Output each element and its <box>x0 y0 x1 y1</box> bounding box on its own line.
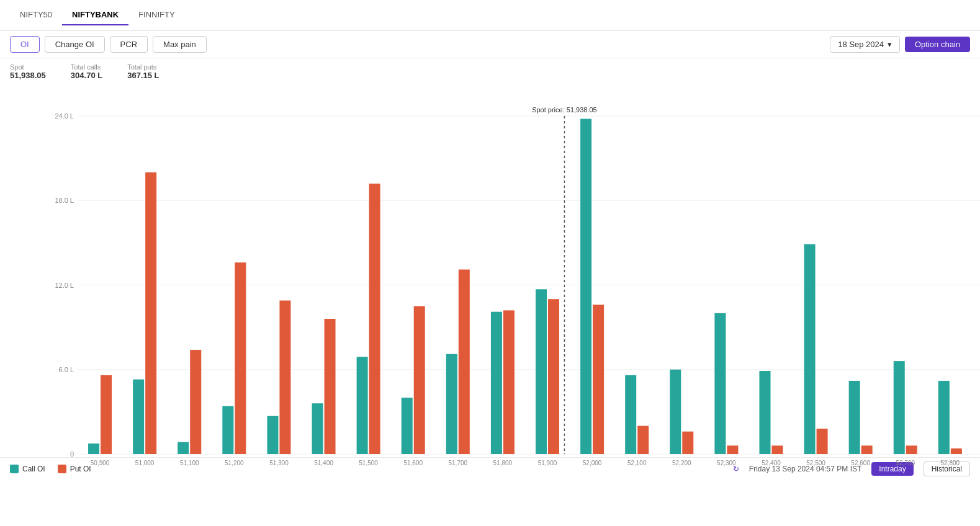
oi-chart: 06.0 L12.0 L18.0 L24.0 L50,90051,00051,1… <box>43 104 980 426</box>
max-pain-button[interactable]: Max pain <box>153 36 207 53</box>
tab-finnifty[interactable]: FINNIFTY <box>128 5 185 25</box>
call-bar <box>88 444 99 454</box>
put-bar <box>325 319 336 454</box>
call-bar <box>714 313 726 454</box>
put-bar <box>951 448 962 454</box>
x-label: 52,700 <box>896 460 915 466</box>
x-label: 51,500 <box>359 460 378 466</box>
tab-niftybank[interactable]: NIFTYBANK <box>62 5 128 25</box>
tab-nifty50[interactable]: NIFTY50 <box>10 5 62 25</box>
x-label: 51,900 <box>538 460 557 466</box>
call-bar <box>133 380 144 454</box>
x-label: 52,400 <box>762 460 781 466</box>
put-bar <box>727 445 738 454</box>
x-label: 51,100 <box>180 460 199 466</box>
date-selector[interactable]: 18 Sep 2024 ▾ <box>830 36 900 53</box>
total-puts-value: 367.15 L <box>127 71 159 80</box>
call-bar <box>178 442 189 454</box>
date-value: 18 Sep 2024 <box>838 40 884 49</box>
x-label: 52,800 <box>941 460 960 466</box>
put-bar <box>279 300 290 454</box>
spot-label: Spot <box>10 63 46 71</box>
call-bar <box>357 357 368 454</box>
call-bar <box>446 354 457 454</box>
x-label: 51,800 <box>493 460 513 466</box>
call-bar <box>804 244 816 454</box>
total-puts-stat: Total puts 367.15 L <box>127 63 159 80</box>
total-calls-value: 304.70 L <box>71 71 102 80</box>
svg-text:12.0 L: 12.0 L <box>55 282 74 289</box>
x-label: 52,100 <box>627 460 647 466</box>
option-chain-button[interactable]: Option chain <box>905 37 970 52</box>
spot-price-label: Spot price: 51,938.05 <box>532 106 597 114</box>
call-oi-legend: Call OI <box>10 465 45 473</box>
change-oi-button[interactable]: Change OI <box>45 36 105 53</box>
put-bar <box>459 270 470 454</box>
x-label: 51,200 <box>225 460 244 466</box>
put-bar <box>145 172 156 454</box>
put-bar <box>861 445 873 454</box>
call-bar <box>312 403 323 454</box>
spot-stat: Spot 51,938.05 <box>10 63 46 80</box>
put-oi-color <box>58 465 66 473</box>
put-bar <box>235 262 246 454</box>
pcr-button[interactable]: PCR <box>110 36 148 53</box>
call-bar <box>267 416 278 454</box>
x-label: 52,500 <box>806 460 825 466</box>
call-bar <box>759 371 770 454</box>
put-bar <box>593 305 604 454</box>
call-bar <box>670 370 681 454</box>
x-label: 51,000 <box>135 460 155 466</box>
svg-text:0: 0 <box>70 450 74 458</box>
svg-text:24.0 L: 24.0 L <box>55 112 74 120</box>
call-bar <box>222 406 233 454</box>
call-bar <box>849 381 860 454</box>
call-bar <box>580 119 591 454</box>
call-bar <box>625 375 636 454</box>
total-calls-label: Total calls <box>71 63 102 71</box>
put-bar <box>503 310 515 454</box>
call-bar <box>938 381 950 454</box>
put-bar <box>817 429 828 454</box>
chevron-down-icon: ▾ <box>888 40 892 49</box>
x-label: 52,300 <box>717 460 736 466</box>
total-calls-stat: Total calls 304.70 L <box>71 63 102 80</box>
header: NIFTY50 NIFTYBANK FINNIFTY <box>0 0 980 31</box>
call-bar <box>402 398 413 454</box>
spot-value: 51,938.05 <box>10 71 46 80</box>
x-label: 51,600 <box>403 460 423 466</box>
put-bar <box>771 445 783 454</box>
tab-bar: NIFTY50 NIFTYBANK FINNIFTY <box>10 5 185 25</box>
x-label: 51,700 <box>449 460 468 466</box>
stats-bar: Spot 51,938.05 Total calls 304.70 L Tota… <box>0 58 980 85</box>
call-oi-color <box>10 465 19 473</box>
put-bar <box>190 350 201 454</box>
x-label: 52,600 <box>851 460 870 466</box>
call-bar <box>491 312 502 454</box>
x-label: 52,000 <box>583 460 602 466</box>
put-bar <box>682 432 693 454</box>
x-label: 52,200 <box>672 460 691 466</box>
x-label: 51,300 <box>269 460 289 466</box>
put-bar <box>101 375 112 454</box>
put-bar <box>414 306 425 454</box>
call-bar <box>536 289 547 454</box>
toolbar: OI Change OI PCR Max pain 18 Sep 2024 ▾ … <box>0 31 980 58</box>
chart-wrapper: 06.0 L12.0 L18.0 L24.0 L50,90051,00051,1… <box>0 85 980 457</box>
put-oi-legend: Put OI <box>58 465 91 473</box>
x-label: 50,900 <box>91 460 110 466</box>
call-bar <box>894 361 905 454</box>
put-oi-label: Put OI <box>70 465 91 473</box>
put-bar <box>369 184 380 454</box>
svg-text:18.0 L: 18.0 L <box>55 197 74 204</box>
svg-text:6.0 L: 6.0 L <box>59 366 74 373</box>
put-bar <box>637 426 649 454</box>
total-puts-label: Total puts <box>127 63 159 71</box>
x-label: 51,400 <box>314 460 333 466</box>
put-bar <box>548 299 559 454</box>
oi-button[interactable]: OI <box>10 36 40 53</box>
call-oi-label: Call OI <box>22 465 45 473</box>
put-bar <box>906 445 917 454</box>
